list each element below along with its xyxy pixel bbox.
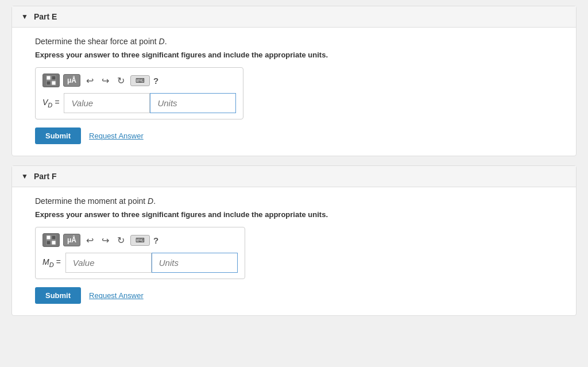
redo-button[interactable]: ↪ [99,234,111,247]
part-e-title: Part E [34,12,57,21]
part-e-problem-text: Determine the shear force at point D. [35,37,553,46]
part-f-submit-button[interactable]: Submit [35,287,81,304]
svg-rect-6 [47,241,51,245]
svg-rect-7 [52,241,56,245]
svg-rect-4 [47,235,51,239]
help-button[interactable]: ? [153,235,158,245]
part-f-answer-box: μÅ ↩ ↪ ↻ ⌨ ? MD = [35,227,245,279]
part-e-instruction: Express your answer to three significant… [35,51,553,59]
svg-rect-0 [47,76,51,80]
part-f-title: Part F [34,172,57,181]
part-e-toolbar: μÅ ↩ ↪ ↻ ⌨ ? [42,74,236,87]
part-f-request-answer-button[interactable]: Request Answer [89,291,144,300]
page-container: ▼ Part E Determine the shear force at po… [0,0,588,331]
svg-rect-1 [52,76,56,80]
mu-label: μÅ [67,236,76,244]
keyboard-button[interactable]: ⌨ [130,75,150,86]
keyboard-icon: ⌨ [136,237,145,244]
help-button[interactable]: ? [153,76,158,86]
part-f-toolbar: μÅ ↩ ↪ ↻ ⌨ ? [42,233,238,247]
part-e-submit-button[interactable]: Submit [35,128,81,144]
part-f-section: ▼ Part F Determine the moment at point D… [11,165,577,316]
keyboard-icon: ⌨ [136,77,145,84]
part-f-units-input[interactable] [152,253,238,273]
chevron-down-icon: ▼ [21,172,28,180]
part-e-input-row: VD = [42,93,236,113]
mu-button[interactable]: μÅ [63,234,80,246]
svg-rect-3 [52,81,56,85]
part-e-answer-box: μÅ ↩ ↪ ↻ ⌨ ? VD = [35,67,243,119]
undo-button[interactable]: ↩ [84,74,96,87]
grid-layout-icon [46,75,56,86]
part-f-problem-text: Determine the moment at point D. [35,196,553,206]
keyboard-button[interactable]: ⌨ [130,235,150,246]
grid-icon-button[interactable] [42,74,60,87]
part-f-action-row: Submit Request Answer [35,287,553,304]
part-f-value-input[interactable] [65,253,152,273]
part-e-section: ▼ Part E Determine the shear force at po… [11,6,577,156]
part-f-header[interactable]: ▼ Part F [12,166,576,187]
part-e-request-answer-button[interactable]: Request Answer [89,132,144,140]
part-e-var-label: VD = [42,98,59,109]
part-e-value-input[interactable] [64,93,150,113]
part-f-var-label: MD = [42,257,61,268]
part-e-action-row: Submit Request Answer [35,128,553,144]
chevron-down-icon: ▼ [21,13,28,21]
part-e-header[interactable]: ▼ Part E [12,6,576,28]
part-f-input-row: MD = [42,253,238,273]
refresh-button[interactable]: ↻ [115,74,127,87]
undo-button[interactable]: ↩ [84,234,96,247]
svg-rect-2 [47,81,51,85]
grid-layout-icon [46,235,56,245]
part-f-body: Determine the moment at point D. Express… [12,187,576,315]
grid-icon-button[interactable] [42,233,60,247]
mu-label: μÅ [67,76,76,84]
redo-button[interactable]: ↪ [99,74,111,87]
part-e-units-input[interactable] [150,93,236,113]
svg-rect-5 [52,235,56,239]
mu-button[interactable]: μÅ [63,74,80,87]
refresh-button[interactable]: ↻ [115,234,127,247]
part-e-body: Determine the shear force at point D. Ex… [12,28,576,156]
part-f-instruction: Express your answer to three significant… [35,210,553,219]
